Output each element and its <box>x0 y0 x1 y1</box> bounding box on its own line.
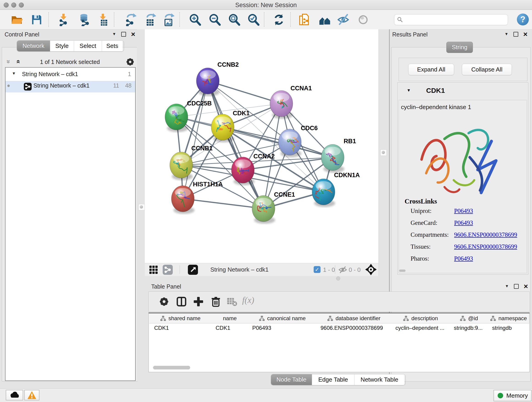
import-table-icon[interactable] <box>97 13 110 26</box>
detach-view-icon[interactable] <box>188 265 198 275</box>
collapse-panel-icon[interactable]: ▼ <box>112 32 116 36</box>
float-panel-icon[interactable] <box>121 32 126 37</box>
open-session-icon[interactable] <box>10 13 23 26</box>
table-gear-icon[interactable] <box>158 296 170 307</box>
close-panel-icon[interactable]: × <box>131 32 135 36</box>
column-header-database-identifier[interactable]: database identifier <box>317 313 392 323</box>
network-row-selected[interactable]: ● String Network – cdk1 11 48 <box>6 81 135 92</box>
network-graph[interactable]: CCNB2CCNA1CDC25BCDK1CDC6RB1CCNB1CCNA2CDK… <box>145 29 379 263</box>
collapse-panel-icon[interactable]: ▼ <box>505 284 509 288</box>
hide-selected-icon[interactable] <box>337 13 350 26</box>
zoom-in-icon[interactable] <box>189 13 201 26</box>
collapse-all-button[interactable]: Collapse All <box>462 64 512 75</box>
delete-column-icon[interactable] <box>210 296 222 307</box>
network-node-cdk1[interactable]: CDK1 <box>211 110 250 142</box>
network-node-hist1h1a[interactable]: HIST1H1A <box>171 181 223 214</box>
hidden-eye-icon[interactable] <box>338 266 347 274</box>
column-header-namespace[interactable]: namespace <box>488 313 529 323</box>
card-scrollbar-thumb[interactable] <box>399 269 405 272</box>
network-view-canvas[interactable]: CCNB2CCNA1CDC25BCDK1CDC6RB1CCNB1CCNA2CDK… <box>145 29 379 263</box>
column-header-shared-name[interactable]: shared name <box>149 313 212 323</box>
expand-all-icon[interactable]: » <box>14 60 22 64</box>
tab-sets[interactable]: Sets <box>102 41 123 51</box>
crosslink-value-link[interactable]: P06493 <box>454 219 473 226</box>
first-neighbors-icon[interactable] <box>318 13 331 26</box>
network-edge[interactable] <box>183 199 264 209</box>
zoom-out-icon[interactable] <box>208 13 221 26</box>
close-panel-icon[interactable]: × <box>523 32 528 36</box>
network-options-gear-icon[interactable] <box>126 57 135 66</box>
export-table-icon[interactable] <box>144 13 157 26</box>
import-network-database-icon[interactable] <box>78 13 91 26</box>
cloud-button[interactable] <box>6 390 23 400</box>
zoom-selected-icon[interactable] <box>247 13 260 26</box>
export-image-icon[interactable] <box>162 13 175 26</box>
clone-network-icon[interactable] <box>298 13 311 26</box>
right-divider-handle[interactable] <box>380 149 387 156</box>
show-all-icon[interactable] <box>357 13 370 26</box>
selected-checkbox-icon[interactable]: ✓ <box>314 266 321 273</box>
node-table[interactable]: shared namenamecanonical namedatabase id… <box>148 313 530 372</box>
tab-network-table[interactable]: Network Table <box>355 374 404 385</box>
network-node-cdkn1a[interactable]: CDKN1A <box>312 172 360 207</box>
crosslink-value-link[interactable]: P06493 <box>454 255 473 262</box>
memory-button[interactable]: Memory <box>494 390 532 401</box>
tab-style[interactable]: Style <box>50 41 74 51</box>
collapse-all-icon[interactable]: » <box>5 60 13 64</box>
import-network-file-icon[interactable] <box>58 13 70 26</box>
table-panel-controls: ▼ × <box>505 282 528 290</box>
table-cell[interactable]: cyclin–dependent ... <box>391 323 454 332</box>
network-collection-row[interactable]: ▼ String Network – cdk1 1 <box>6 70 135 81</box>
tab-edge-table[interactable]: Edge Table <box>312 374 355 385</box>
warning-button[interactable] <box>24 390 39 400</box>
network-node-ccnb1[interactable]: CCNB1 <box>170 145 213 180</box>
column-header-canonical-name[interactable]: canonical name <box>248 313 317 323</box>
column-header-@id[interactable]: @id <box>450 313 488 323</box>
column-header-name[interactable]: name <box>211 313 248 323</box>
table-cell[interactable]: stringdb:9... <box>450 323 492 332</box>
table-cell[interactable]: CDK1 <box>211 323 252 332</box>
network-thumbnail-icon[interactable] <box>163 265 173 275</box>
table-cell[interactable]: stringdb <box>488 323 532 332</box>
column-header-description[interactable]: description <box>391 313 450 323</box>
show-columns-icon[interactable] <box>176 296 187 307</box>
search-input[interactable] <box>404 15 506 25</box>
network-selector-collapse-icons[interactable]: » » <box>7 58 20 65</box>
network-node-rb1[interactable]: RB1 <box>321 138 356 172</box>
apply-layout-refresh-icon[interactable] <box>272 13 285 26</box>
network-node-cdc25b[interactable]: CDC25B <box>165 100 212 132</box>
tab-node-table[interactable]: Node Table <box>271 374 312 385</box>
network-node-ccna1[interactable]: CCNA1 <box>270 85 312 119</box>
function-builder-icon[interactable]: f(x) <box>242 295 254 305</box>
delete-table-icon[interactable] <box>226 296 238 307</box>
close-panel-icon[interactable]: × <box>524 284 528 288</box>
network-edge[interactable] <box>208 81 264 209</box>
grid-view-icon[interactable] <box>149 265 158 274</box>
table-cell[interactable]: CDK1 <box>149 323 216 332</box>
crosslink-value-link[interactable]: 9606.ENSP00000378699 <box>454 243 517 250</box>
crosslink-value-link[interactable]: P06493 <box>454 207 473 215</box>
table-scrollbar-thumb[interactable] <box>153 366 190 370</box>
left-divider-handle[interactable] <box>138 204 145 211</box>
horizontal-divider-handle[interactable] <box>336 276 340 281</box>
column-header-label: database identifier <box>336 315 380 322</box>
zoom-fit-icon[interactable] <box>228 13 241 26</box>
export-network-icon[interactable] <box>124 13 137 26</box>
fit-content-crosshair-icon[interactable] <box>365 264 377 275</box>
network-node-ccnb2[interactable]: CCNB2 <box>196 61 239 96</box>
help-icon[interactable]: ? <box>517 13 529 26</box>
table-cell[interactable]: 9606.ENSP00000378699 <box>317 323 395 332</box>
tab-select[interactable]: Select <box>74 41 102 51</box>
tab-string[interactable]: String <box>446 42 473 53</box>
collapse-panel-icon[interactable]: ▼ <box>505 32 508 36</box>
save-session-icon[interactable] <box>30 13 43 26</box>
tree-expand-icon[interactable]: ▼ <box>12 71 16 76</box>
crosslink-value-link[interactable]: 9606.ENSP00000378699 <box>454 231 517 238</box>
expand-all-button[interactable]: Expand All <box>408 64 454 75</box>
float-panel-icon[interactable] <box>513 32 518 37</box>
create-column-icon[interactable] <box>193 296 204 307</box>
table-cell[interactable]: P06493 <box>248 323 321 332</box>
float-panel-icon[interactable] <box>514 284 519 289</box>
gene-collapse-icon[interactable]: ▼ <box>407 88 411 93</box>
tab-network[interactable]: Network <box>17 41 50 51</box>
